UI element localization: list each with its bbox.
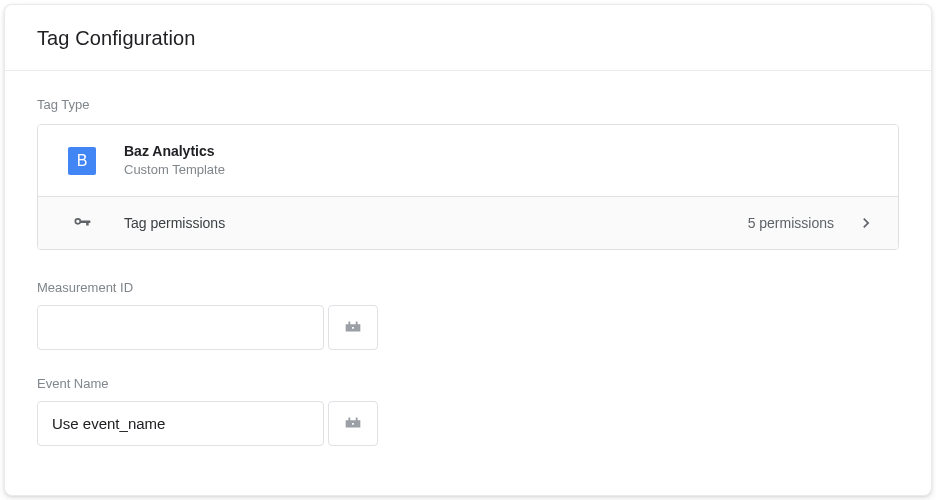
variable-picker-icon <box>342 315 364 340</box>
tag-type-icon: B <box>68 147 96 175</box>
tag-configuration-panel: Tag Configuration Tag Type B Baz Analyti… <box>4 4 932 496</box>
event-name-group: Event Name <box>37 376 899 446</box>
measurement-id-input[interactable] <box>37 305 324 350</box>
measurement-id-variable-picker[interactable] <box>328 305 378 350</box>
tag-type-name: Baz Analytics <box>124 142 225 160</box>
variable-picker-icon <box>342 411 364 436</box>
tag-type-text: Baz Analytics Custom Template <box>124 142 225 179</box>
chevron-right-icon <box>856 213 876 233</box>
event-name-input[interactable] <box>37 401 324 446</box>
event-name-label: Event Name <box>37 376 899 391</box>
tag-type-subtitle: Custom Template <box>124 161 225 179</box>
measurement-id-row <box>37 305 899 350</box>
measurement-id-label: Measurement ID <box>37 280 899 295</box>
panel-body: Tag Type B Baz Analytics Custom Template… <box>5 71 931 496</box>
permissions-count: 5 permissions <box>748 215 834 231</box>
panel-header: Tag Configuration <box>5 5 931 71</box>
tag-type-row[interactable]: B Baz Analytics Custom Template <box>38 125 898 196</box>
permissions-label: Tag permissions <box>124 215 748 231</box>
tag-permissions-row[interactable]: Tag permissions 5 permissions <box>38 196 898 249</box>
measurement-id-group: Measurement ID <box>37 280 899 350</box>
panel-title: Tag Configuration <box>37 27 899 50</box>
event-name-row <box>37 401 899 446</box>
tag-type-card: B Baz Analytics Custom Template Tag perm… <box>37 124 899 250</box>
key-icon <box>72 213 92 233</box>
tag-type-label: Tag Type <box>37 97 899 112</box>
event-name-variable-picker[interactable] <box>328 401 378 446</box>
